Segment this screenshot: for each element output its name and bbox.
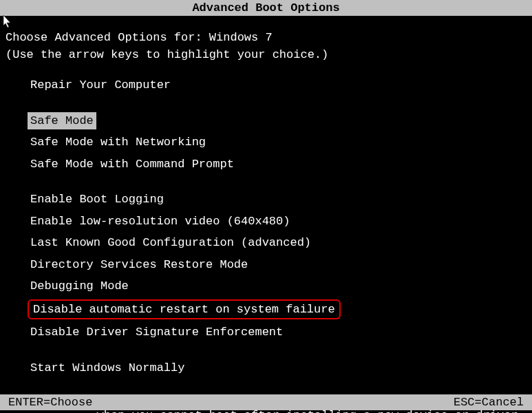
options-list: Repair Your Computer Safe Mode Safe Mode… — [6, 76, 526, 381]
option-low-res[interactable]: Enable low-resolution video (640x480) — [28, 213, 292, 231]
os-name: Windows 7 — [209, 31, 273, 44]
option-safe-mode-net[interactable]: Safe Mode with Networking — [28, 134, 209, 151]
content-area: Choose Advanced Options for: Windows 7 (… — [0, 16, 532, 413]
title-bar: Advanced Boot Options — [0, 0, 532, 16]
option-ds-restore[interactable]: Directory Services Restore Mode — [28, 256, 251, 274]
heading: Choose Advanced Options for: Windows 7 — [6, 31, 526, 44]
option-disable-sig[interactable]: Disable Driver Signature Enforcement — [28, 324, 286, 341]
footer-esc: ESC=Cancel — [454, 396, 524, 409]
hint-text: (Use the arrow keys to highlight your ch… — [6, 48, 526, 61]
option-start-normal[interactable]: Start Windows Normally — [28, 359, 187, 377]
option-boot-logging[interactable]: Enable Boot Logging — [28, 191, 167, 209]
option-debugging[interactable]: Debugging Mode — [28, 277, 131, 295]
title-text: Advanced Boot Options — [192, 1, 339, 14]
footer-enter: ENTER=Choose — [8, 396, 92, 409]
footer-bar: ENTER=Choose ESC=Cancel — [0, 394, 532, 410]
option-safe-mode-cmd[interactable]: Safe Mode with Command Prompt — [28, 156, 237, 173]
option-repair[interactable]: Repair Your Computer — [28, 76, 173, 94]
option-last-known[interactable]: Last Known Good Configuration (advanced) — [28, 234, 314, 252]
option-disable-restart[interactable]: Disable automatic restart on system fail… — [28, 299, 341, 320]
option-safe-mode[interactable]: Safe Mode — [28, 112, 96, 130]
heading-prefix: Choose Advanced Options for: — [6, 31, 209, 44]
